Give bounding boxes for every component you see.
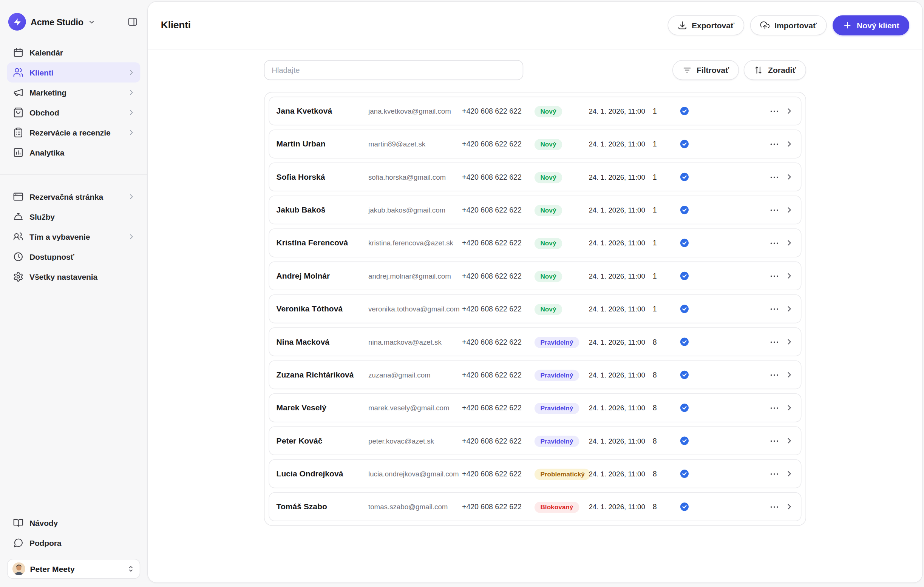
row-more-button[interactable] xyxy=(766,333,783,351)
sidebar-item-navody[interactable]: Návody xyxy=(7,513,140,533)
sidebar-item-vsetky-nastavenia[interactable]: Všetky nastavenia xyxy=(7,267,140,287)
client-row[interactable]: Andrej Molnár andrej.molnar@gmail.com +4… xyxy=(269,261,801,290)
client-row[interactable]: Nina Macková nina.mackova@azet.sk +420 6… xyxy=(269,327,801,356)
sidebar-item-rezervacna-stranka[interactable]: Rezervačná stránka xyxy=(7,187,140,207)
import-button[interactable]: Importovať xyxy=(750,15,827,36)
sidebar-item-analytika[interactable]: Analytika xyxy=(7,143,140,163)
client-date: 24. 1. 2026, 11:00 xyxy=(589,107,647,115)
client-row[interactable]: Kristína Ferencová kristina.ferencova@az… xyxy=(269,229,801,257)
calendar-icon xyxy=(13,47,23,58)
search-input[interactable] xyxy=(264,60,523,80)
chevron-right-icon[interactable] xyxy=(783,404,795,412)
chevron-right-icon[interactable] xyxy=(783,271,795,280)
verified-badge-icon xyxy=(680,106,690,116)
row-more-button[interactable] xyxy=(766,432,783,450)
client-email: tomas.szabo@gmail.com xyxy=(368,502,462,511)
client-name: Kristína Ferencová xyxy=(277,238,368,247)
chevron-right-icon[interactable] xyxy=(783,502,795,511)
client-row[interactable]: Jakub Bakoš jakub.bakos@gmail.com +420 6… xyxy=(269,196,801,224)
row-more-button[interactable] xyxy=(766,498,783,516)
client-date: 24. 1. 2026, 11:00 xyxy=(589,272,647,280)
client-row[interactable]: Sofia Horská sofia.horska@gmail.com +420… xyxy=(269,163,801,191)
sort-button[interactable]: Zoradiť xyxy=(744,60,806,80)
chevron-right-icon[interactable] xyxy=(783,304,795,313)
client-date: 24. 1. 2026, 11:00 xyxy=(589,338,647,346)
status-badge: Pravidelný xyxy=(535,403,579,414)
sidebar-item-marketing[interactable]: Marketing xyxy=(7,82,140,102)
row-more-button[interactable] xyxy=(766,168,783,186)
sidebar-nav-bottom: Návody Podpora xyxy=(7,513,140,553)
chevron-right-icon[interactable] xyxy=(783,469,795,478)
sidebar: Acme Studio Kalendár Klienti Marketing O… xyxy=(0,0,147,587)
row-more-button[interactable] xyxy=(766,234,783,252)
chevron-right-icon[interactable] xyxy=(783,206,795,214)
row-more-button[interactable] xyxy=(766,102,783,120)
row-more-button[interactable] xyxy=(766,135,783,153)
sidebar-item-podpora[interactable]: Podpora xyxy=(7,533,140,553)
chevron-right-icon[interactable] xyxy=(783,238,795,247)
client-phone: +420 608 622 622 xyxy=(462,173,535,181)
verified-badge-icon xyxy=(680,469,690,479)
filter-button[interactable]: Filtrovať xyxy=(672,60,739,80)
workspace-switcher[interactable]: Acme Studio xyxy=(8,12,139,32)
chevron-right-icon[interactable] xyxy=(783,140,795,148)
status-badge-cell: Nový xyxy=(535,171,589,183)
sidebar-item-klienti[interactable]: Klienti xyxy=(7,62,140,82)
row-more-button[interactable] xyxy=(766,465,783,483)
sidebar-item-label: Analytika xyxy=(30,148,64,157)
client-row[interactable]: Tomáš Szabo tomas.szabo@gmail.com +420 6… xyxy=(269,492,801,521)
client-row[interactable]: Jana Kvetková jana.kvetkova@gmail.com +4… xyxy=(269,97,801,125)
sidebar-item-rezervacie-a-recenzie[interactable]: Rezervácie a recenzie xyxy=(7,122,140,142)
chevron-right-icon xyxy=(127,88,135,97)
status-badge-cell: Pravidelný xyxy=(535,336,589,348)
chevron-right-icon[interactable] xyxy=(783,337,795,346)
sidebar-item-sluzby[interactable]: Služby xyxy=(7,207,140,227)
status-badge-cell: Problematický xyxy=(535,468,589,479)
client-name: Jana Kvetková xyxy=(277,107,368,115)
chevron-right-icon[interactable] xyxy=(783,436,795,445)
main-card: Klienti Exportovať Importovať xyxy=(147,1,923,583)
client-visit-count: 1 xyxy=(647,239,662,247)
chevron-right-icon[interactable] xyxy=(783,107,795,115)
guides-icon xyxy=(13,518,23,528)
user-menu[interactable]: Peter Meety xyxy=(7,559,140,579)
client-email: martin89@azet.sk xyxy=(368,140,462,148)
sort-button-label: Zoradiť xyxy=(768,66,796,74)
row-more-button[interactable] xyxy=(766,300,783,318)
client-visit-count: 8 xyxy=(647,470,662,478)
verified-badge-icon xyxy=(680,501,690,512)
row-more-button[interactable] xyxy=(766,201,783,219)
client-row[interactable]: Zuzana Richtáriková zuzana@gmail.com +42… xyxy=(269,360,801,389)
verified-badge-icon xyxy=(680,271,690,281)
status-badge-cell: Pravidelný xyxy=(535,435,589,447)
sidebar-item-obchod[interactable]: Obchod xyxy=(7,102,140,122)
collapse-sidebar-button[interactable] xyxy=(126,15,139,28)
client-row[interactable]: Lucia Ondrejková lucia.ondrejkova@gmail.… xyxy=(269,459,801,488)
client-phone: +420 608 622 622 xyxy=(462,470,535,478)
chevron-right-icon[interactable] xyxy=(783,370,795,379)
status-badge: Pravidelný xyxy=(535,370,579,381)
verified-badge-icon xyxy=(680,139,690,149)
new-client-button[interactable]: Nový klient xyxy=(833,15,909,36)
sidebar-item-tim-a-vybavenie[interactable]: Tím a vybavenie xyxy=(7,227,140,247)
client-row[interactable]: Marek Veselý marek.vesely@gmail.com +420… xyxy=(269,393,801,422)
client-date: 24. 1. 2026, 11:00 xyxy=(589,502,647,511)
filter-button-label: Filtrovať xyxy=(696,66,729,74)
row-more-button[interactable] xyxy=(766,366,783,384)
client-row[interactable]: Martin Urban martin89@azet.sk +420 608 6… xyxy=(269,130,801,158)
availability-icon xyxy=(13,252,23,262)
client-row[interactable]: Peter Kováč peter.kovac@azet.sk +420 608… xyxy=(269,426,801,455)
sidebar-item-label: Tím a vybavenie xyxy=(30,232,90,241)
status-badge-cell: Pravidelný xyxy=(535,402,589,414)
chevron-right-icon[interactable] xyxy=(783,173,795,181)
status-badge: Nový xyxy=(535,106,562,117)
app-root: Acme Studio Kalendár Klienti Marketing O… xyxy=(0,0,924,587)
row-more-button[interactable] xyxy=(766,399,783,417)
sidebar-item-dostupnost[interactable]: Dostupnosť xyxy=(7,247,140,267)
chevron-right-icon xyxy=(127,232,135,241)
sidebar-item-label: Podpora xyxy=(30,539,61,548)
row-more-button[interactable] xyxy=(766,267,783,284)
client-row[interactable]: Veronika Tóthová veronika.tothova@gmail.… xyxy=(269,294,801,323)
sidebar-item-kalendar[interactable]: Kalendár xyxy=(7,42,140,62)
export-button[interactable]: Exportovať xyxy=(668,15,744,36)
